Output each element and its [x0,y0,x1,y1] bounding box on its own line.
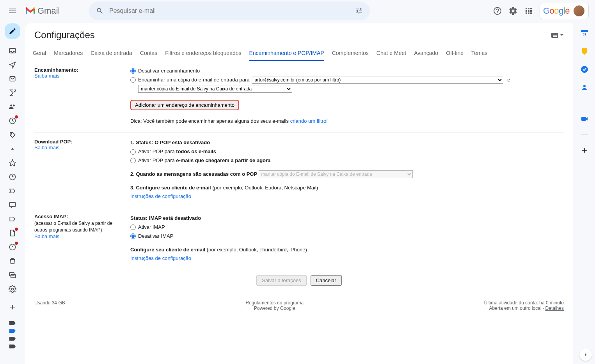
tab-filters[interactable]: Filtros e endereços bloqueados [165,46,241,61]
radio-imap-enable[interactable] [130,224,136,230]
cancel-button[interactable]: Cancelar [311,275,342,286]
user-label-2[interactable] [9,328,16,334]
header-left: Gmail [3,2,89,20]
footer: Usando 34 GB Regulamentos do programa Po… [34,292,564,327]
radio-pop-now[interactable] [130,158,136,163]
add-forwarding-address-button[interactable]: Adicionar um endereço de encaminhamento [130,100,239,110]
tab-chat-meet[interactable]: Chat e Meet [377,46,406,61]
settings-tabs: Geral Marcadores Caixa de entrada Contas… [25,46,573,61]
tasks-icon[interactable] [581,65,588,73]
imap-title: Acesso IMAP: [34,214,126,219]
contacts-icon[interactable] [6,101,19,113]
pop-instructions-link[interactable]: Instruções de configuração [130,193,191,199]
svg-rect-6 [10,202,16,207]
create-label-icon[interactable] [6,301,19,313]
apps-grid-icon[interactable] [521,3,536,19]
manage-labels-icon[interactable] [6,283,19,295]
imap-learn-more[interactable]: Saiba mais [34,233,59,239]
file-nav-icon[interactable] [6,227,19,239]
calendar-icon[interactable]: 31 [581,30,588,37]
pop-action-select: manter cópia do E-mail de Salvy na Caixa… [259,170,413,178]
pop-learn-more[interactable]: Saiba mais [34,145,59,150]
svg-point-15 [581,66,588,73]
pop-when-accessed-row: 2. Quando as mensagens são acessadas com… [130,170,564,178]
user-label-4[interactable] [9,344,16,349]
main-menu-button[interactable] [3,2,22,20]
tab-offline[interactable]: Off-line [446,46,464,61]
starred-icon[interactable] [6,157,19,169]
input-tools-indicator[interactable]: ▬ [551,33,564,38]
search-input[interactable] [109,7,350,14]
sent-icon[interactable] [6,58,19,71]
imap-enable-label: Ativar IMAP [138,223,165,231]
contacts-side-icon[interactable] [581,83,588,91]
tab-accounts[interactable]: Contas [140,46,157,61]
forwarding-body: Desativar encaminhamento Encaminhar uma … [130,67,564,126]
forward-keep-row: manter cópia do E-mail de Salvy na Caixa… [130,85,564,93]
gmail-logo[interactable]: Gmail [22,6,60,16]
label-nav-icon[interactable] [6,213,19,225]
radio-disable-forwarding[interactable] [130,68,136,74]
tab-themes[interactable]: Temas [471,46,487,61]
history-icon[interactable] [6,171,19,183]
tab-inbox[interactable]: Caixa de entrada [91,46,132,61]
imap-configure-row: Configure seu cliente de e-mail (por exe… [130,246,564,254]
google-account-button[interactable]: Google [540,3,589,19]
tab-forwarding-pop-imap[interactable]: Encaminhamento e POP/IMAP [249,46,324,61]
gmail-logo-text: Gmail [37,6,60,16]
program-policies-link[interactable]: Regulamentos do programa [245,300,304,306]
show-side-panel-button[interactable] [579,348,592,361]
forwarding-and-label: e [507,76,510,84]
search-icon[interactable] [91,2,109,20]
create-filter-link[interactable]: criando um filtro! [290,118,328,124]
drafts-icon[interactable] [6,72,19,85]
section-imap: Acesso IMAP: (acessar o E-mail de Salvy … [34,207,564,269]
chat-icon[interactable] [6,199,19,211]
meet-icon[interactable] [581,115,588,123]
inbox-icon[interactable] [6,44,19,57]
save-row: Salvar alterações Cancelar [34,269,564,292]
pop-enable-now-row: Ativar POP para e-mails que chegarem a p… [130,157,564,165]
google-logo-text: Google [543,6,570,16]
help-icon[interactable] [490,3,505,19]
search-box[interactable] [89,2,370,20]
pop-body: 1. Status: O POP está desativado Ativar … [130,139,564,201]
pop-status-row: 1. Status: O POP está desativado [130,139,564,147]
label-icon[interactable] [6,129,19,141]
imap-label-col: Acesso IMAP: (acessar o E-mail de Salvy … [34,214,130,263]
forward-keep-select[interactable]: manter cópia do E-mail de Salvy na Caixa… [138,85,292,93]
tab-general[interactable]: Geral [33,46,46,61]
user-label-1[interactable] [9,320,16,326]
trash-icon[interactable] [6,255,19,267]
side-separator [581,103,588,103]
radio-enable-forwarding[interactable] [130,77,136,83]
forums-icon[interactable] [6,269,19,281]
user-label-3[interactable] [9,336,16,341]
updates-icon[interactable] [6,241,19,253]
details-link[interactable]: Detalhes [545,306,564,311]
keep-icon[interactable] [581,48,588,55]
tab-advanced[interactable]: Avançado [414,46,438,61]
imap-status-row: Status: IMAP está desativado [130,214,564,223]
snoozed-icon[interactable] [6,87,19,99]
forwarding-tip: Dica: Você também pode encaminhar apenas… [130,117,564,125]
tab-labels[interactable]: Marcadores [54,46,83,61]
forwarding-learn-more[interactable]: Saiba mais [34,73,59,79]
forward-email-select[interactable]: artur@salvy.com.br (em uso por um filtro… [252,76,503,84]
pop-configure-row: 3. Configure seu cliente de e-mail (por … [130,184,564,192]
important-nav-icon[interactable] [6,185,19,197]
compose-button[interactable] [5,23,20,39]
search-container [89,2,370,20]
imap-instructions-link[interactable]: Instruções de configuração [130,255,191,261]
settings-icon[interactable] [505,3,521,19]
radio-pop-all[interactable] [130,149,136,155]
tune-icon[interactable] [350,2,368,20]
scheduled-icon[interactable] [6,115,19,127]
gmail-icon [25,7,36,15]
radio-imap-disable[interactable] [130,233,136,239]
tab-addons[interactable]: Complementos [332,46,369,61]
save-button: Salvar alterações [256,275,306,286]
get-addons-icon[interactable] [581,147,588,154]
svg-rect-12 [581,30,588,32]
expand-less-icon[interactable] [6,143,19,155]
